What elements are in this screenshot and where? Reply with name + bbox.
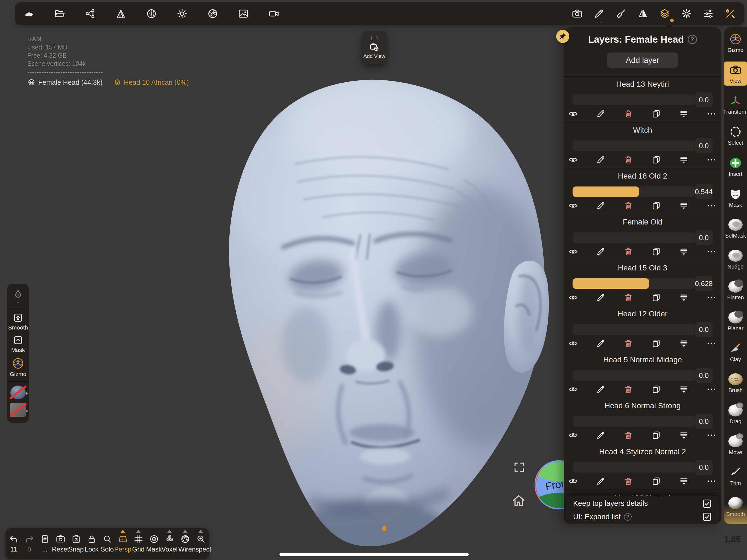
background-button[interactable]	[238, 8, 249, 19]
tool-mask[interactable]: Mask	[724, 185, 747, 209]
tool-view[interactable]: View	[724, 61, 747, 85]
stroke-button[interactable]: …	[593, 8, 605, 19]
layer-duplicate-button[interactable]	[651, 155, 662, 165]
layer-merge-button[interactable]	[679, 292, 689, 303]
layer-duplicate-button[interactable]	[651, 292, 662, 303]
layer-more-button[interactable]	[706, 109, 717, 119]
viewport-11-button[interactable]: 11	[6, 534, 21, 553]
layer-merge-button[interactable]	[679, 338, 689, 349]
layer-duplicate-button[interactable]	[651, 476, 662, 487]
layer-delete-button[interactable]	[623, 201, 634, 211]
layer-visibility-button[interactable]	[568, 384, 578, 395]
tool-gizmo[interactable]: Gizmo	[724, 31, 747, 55]
paint-intensity-button[interactable]: -	[7, 289, 29, 304]
layer-intensity-slider[interactable]	[572, 95, 695, 105]
tool-move[interactable]: Move	[724, 433, 747, 457]
viewport-inspect-button[interactable]: Inspect	[193, 534, 208, 553]
layer-intensity-slider[interactable]	[572, 141, 695, 151]
layer-merge-button[interactable]	[679, 109, 689, 119]
app-logo-button[interactable]	[23, 8, 35, 19]
layer-delete-button[interactable]	[623, 109, 634, 119]
layer-merge-button[interactable]	[679, 384, 689, 395]
layer-record-button[interactable]	[596, 292, 606, 303]
quick-mask-button[interactable]: Mask	[7, 335, 29, 353]
quick-smooth-button[interactable]: Smooth	[7, 312, 29, 331]
layer-visibility-button[interactable]	[568, 247, 578, 257]
help-icon[interactable]: ?	[624, 513, 632, 520]
layer-merge-button[interactable]	[679, 201, 689, 211]
layer-visibility-button[interactable]	[568, 109, 578, 119]
layer-delete-button[interactable]	[623, 384, 634, 395]
painting-button[interactable]	[615, 8, 627, 19]
layer-more-button[interactable]	[706, 155, 717, 165]
camera-recorder-button[interactable]	[268, 8, 280, 19]
layer-merge-button[interactable]	[679, 247, 689, 257]
tool-smooth[interactable]: Smooth	[724, 495, 747, 519]
layer-record-button[interactable]	[596, 338, 606, 349]
layer-more-button[interactable]	[706, 384, 717, 395]
tool-selmask[interactable]: SelMask	[724, 216, 747, 240]
layers-button[interactable]	[659, 8, 670, 19]
tool-nudge[interactable]: Nudge	[724, 247, 747, 271]
layer-delete-button[interactable]	[623, 476, 634, 487]
layer-merge-button[interactable]	[679, 155, 689, 165]
layer-intensity-slider[interactable]	[572, 186, 695, 197]
viewport-snap-button[interactable]: Snap	[69, 534, 83, 553]
layer-more-button[interactable]	[706, 476, 717, 487]
active-mesh-button[interactable]: Female Head (44.3k)	[27, 78, 103, 86]
checkbox-checked[interactable]	[702, 499, 712, 509]
tool-trim[interactable]: Trim	[724, 464, 747, 488]
tool-flatten[interactable]: Flatten	[724, 278, 747, 302]
layer-more-button[interactable]	[706, 292, 717, 303]
viewport-grid-button[interactable]: Grid	[131, 534, 146, 553]
home-view-button[interactable]	[511, 493, 526, 508]
layer-record-button[interactable]	[596, 201, 606, 211]
tools-button[interactable]	[725, 8, 736, 19]
layer-visibility-button[interactable]	[568, 338, 578, 349]
layer-delete-button[interactable]	[623, 430, 634, 441]
pin-panel-button[interactable]	[556, 30, 569, 43]
tool-clay[interactable]: Clay	[724, 340, 747, 364]
viewport-0-button[interactable]: 0	[22, 534, 36, 553]
lighting-button[interactable]	[176, 8, 188, 19]
postprocess-button[interactable]	[207, 8, 218, 19]
layer-more-button[interactable]	[706, 430, 717, 441]
fullscreen-button[interactable]	[513, 461, 525, 474]
home-indicator[interactable]	[279, 553, 469, 556]
material-disabled-button[interactable]	[7, 385, 29, 399]
layer-duplicate-button[interactable]	[651, 109, 662, 119]
camera-view-button[interactable]	[571, 8, 583, 19]
layer-duplicate-button[interactable]	[651, 201, 662, 211]
scene-graph-button[interactable]	[84, 8, 96, 19]
help-icon[interactable]: ?	[688, 35, 697, 44]
layer-more-button[interactable]	[706, 247, 717, 257]
layer-more-button[interactable]	[706, 338, 717, 349]
topology-button[interactable]: …	[115, 8, 127, 19]
layer-delete-button[interactable]	[623, 247, 634, 257]
quick-gizmo-button[interactable]: Gizmo	[7, 357, 29, 377]
viewport-reset-button[interactable]: Reset	[53, 534, 68, 553]
layer-record-button[interactable]	[596, 155, 606, 165]
layer-intensity-slider[interactable]	[572, 462, 695, 473]
layer-duplicate-button[interactable]	[651, 247, 662, 257]
tool-transform[interactable]: Transform	[724, 93, 747, 117]
layer-visibility-button[interactable]	[568, 430, 578, 441]
viewport-lock-button[interactable]: Lock	[84, 534, 99, 553]
viewport-mask-button[interactable]: Mask	[147, 534, 161, 553]
layer-delete-button[interactable]	[623, 338, 634, 349]
files-button[interactable]	[54, 8, 66, 19]
layer-merge-button[interactable]	[679, 476, 689, 487]
layer-intensity-slider[interactable]	[572, 416, 695, 427]
tool-planar[interactable]: Planar	[724, 309, 747, 333]
layer-visibility-button[interactable]	[568, 292, 578, 303]
layer-record-button[interactable]	[596, 384, 606, 395]
viewport-more-button[interactable]: ...	[37, 534, 52, 553]
viewport-solo-button[interactable]: Solo	[100, 534, 114, 553]
layer-record-button[interactable]	[596, 476, 606, 487]
symmetry-button[interactable]	[637, 8, 649, 19]
viewport-persp-button[interactable]: Persp	[115, 534, 130, 553]
checkbox-checked[interactable]	[702, 512, 712, 522]
tool-select[interactable]: Select	[724, 123, 747, 147]
texture-disabled-button[interactable]	[7, 403, 29, 417]
layer-visibility-button[interactable]	[568, 155, 578, 165]
